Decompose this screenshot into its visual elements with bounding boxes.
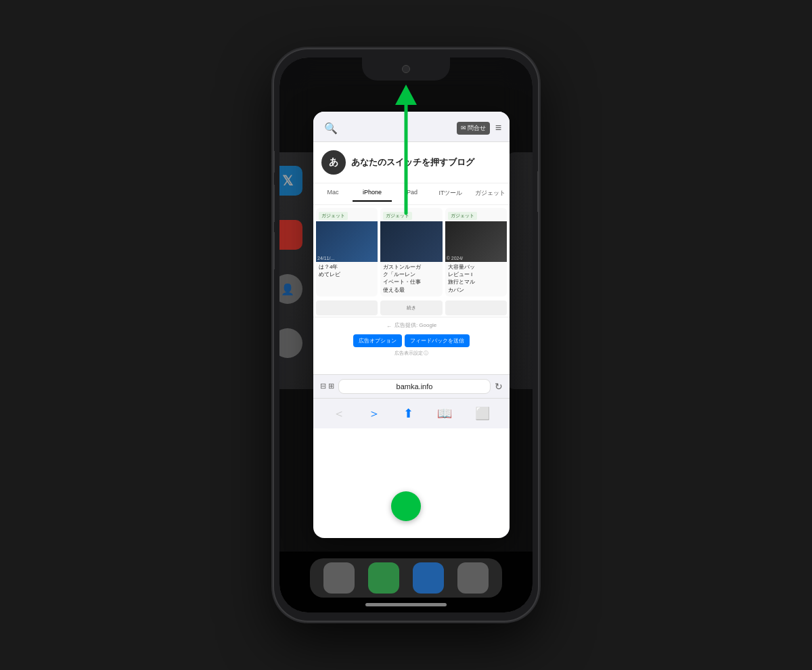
tab-icons: ⊟ ⊞ xyxy=(320,382,334,390)
dock-icon-4[interactable] xyxy=(457,562,489,594)
background-app-card-right[interactable] xyxy=(505,152,533,389)
safari-top-bar: 🔍 ✉ 問合せ ≡ xyxy=(313,112,510,142)
home-indicator-bar[interactable] xyxy=(365,603,447,606)
article-badge-2: ガジェット xyxy=(383,212,412,220)
blog-logo: あ xyxy=(321,150,346,175)
ad-options-button[interactable]: 広告オプション xyxy=(353,334,402,347)
dock-icon-3[interactable] xyxy=(413,562,444,594)
read-more-1[interactable] xyxy=(316,300,378,315)
tab-icon-2: ⊞ xyxy=(328,382,334,390)
article-title-3: 大容量バッレビュー I旅行とマルカバン xyxy=(445,262,507,296)
nav-it-tools[interactable]: ITツール xyxy=(431,186,470,202)
safari-app-card[interactable]: 🔍 ✉ 問合せ ≡ あ あなたのスイッチを押すブログ Mac iPhone iP… xyxy=(313,112,510,538)
ad-nav-left[interactable]: ← xyxy=(386,323,392,330)
blog-header: あ あなたのスイッチを押すブログ xyxy=(313,142,510,183)
share-button[interactable]: ⬆ xyxy=(398,405,419,422)
front-camera xyxy=(402,65,410,73)
article-image-3: © 2024/ xyxy=(445,221,507,262)
nav-ipad[interactable]: iPad xyxy=(392,186,431,202)
avatar-icon-1: 👤 xyxy=(279,274,302,304)
article-card-1[interactable]: ガジェット 24/11/... は？4年めてレビ xyxy=(316,208,378,296)
dock-icon-1[interactable] xyxy=(323,562,355,594)
search-icon[interactable]: 🔍 xyxy=(321,118,340,137)
menu-icon[interactable]: ≡ xyxy=(495,122,501,134)
refresh-button[interactable]: ↻ xyxy=(495,381,503,392)
read-more-2[interactable]: 続き xyxy=(380,300,442,315)
phone-screen: 𝕏 👤 🔍 ✉ 問合せ ≡ xyxy=(279,58,533,612)
volume-down-button xyxy=(274,232,275,269)
article-card-2[interactable]: ガジェット ガストンルーガク「ルーレンイベート・仕事使える最 xyxy=(380,208,442,296)
ad-provider-row: ← 広告提供: Google xyxy=(319,321,504,332)
mail-icon: ✉ xyxy=(461,125,466,131)
swipe-indicator-dot xyxy=(391,491,421,521)
ad-area: ← 広告提供: Google 広告オプション フィードバックを送信 広告表示設定… xyxy=(313,317,510,361)
article-row: ガジェット 24/11/... は？4年めてレビ ガジェット ガストンルーガク「… xyxy=(313,205,510,299)
nav-iphone[interactable]: iPhone xyxy=(353,186,392,202)
volume-up-button xyxy=(274,185,275,222)
content-spacer xyxy=(313,361,510,374)
dock xyxy=(310,558,502,598)
mail-btn-label: 問合せ xyxy=(468,124,486,133)
home-indicator-area xyxy=(279,552,533,612)
back-button[interactable]: ＜ xyxy=(328,404,351,423)
tabs-button[interactable]: ⬜ xyxy=(470,405,495,422)
safari-url-bar: ⊟ ⊞ bamka.info ↻ xyxy=(313,374,510,398)
dock-icon-2[interactable] xyxy=(368,562,399,594)
article-badge-1: ガジェット xyxy=(319,212,348,220)
phone-shell: 𝕏 👤 🔍 ✉ 問合せ ≡ xyxy=(274,49,538,621)
article-image-2 xyxy=(380,221,442,262)
url-field[interactable]: bamka.info xyxy=(338,379,491,394)
notch xyxy=(362,58,450,81)
ad-buttons: 広告オプション フィードバックを送信 xyxy=(319,334,504,347)
read-more-row: 続き xyxy=(313,299,510,317)
power-button xyxy=(537,171,538,212)
ad-settings-text[interactable]: 広告表示設定 ⓘ xyxy=(319,350,504,357)
forward-button[interactable]: ＞ xyxy=(363,404,386,423)
safari-action-buttons: ✉ 問合せ ≡ xyxy=(457,122,501,135)
feedback-button[interactable]: フィードバックを送信 xyxy=(405,334,470,347)
avatar-icon-2 xyxy=(279,328,302,358)
article-title-1: は？4年めてレビ xyxy=(316,262,378,281)
contact-button[interactable]: ✉ 問合せ xyxy=(457,122,490,135)
article-date-1: 24/11/... xyxy=(316,254,378,262)
ad-provider-text: 広告提供: Google xyxy=(394,321,436,329)
article-badge-3: ガジェット xyxy=(448,212,477,220)
nav-gadget[interactable]: ガジェット xyxy=(470,186,510,202)
tab-icon-1: ⊟ xyxy=(320,382,326,390)
silent-button xyxy=(274,151,275,173)
article-card-3[interactable]: ガジェット © 2024/ 大容量バッレビュー I旅行とマルカバン xyxy=(445,208,507,296)
article-title-2: ガストンルーガク「ルーレンイベート・仕事使える最 xyxy=(380,262,442,296)
blog-title: あなたのスイッチを押すブログ xyxy=(351,157,474,169)
article-image-1: 24/11/... xyxy=(316,221,378,262)
blog-navigation: Mac iPhone iPad ITツール ガジェット xyxy=(313,183,510,205)
bookmarks-button[interactable]: 📖 xyxy=(432,405,457,422)
read-more-3[interactable] xyxy=(445,300,507,315)
articles-area: ガジェット 24/11/... は？4年めてレビ ガジェット ガストンルーガク「… xyxy=(313,205,510,317)
app-icon-red xyxy=(279,220,302,250)
nav-mac[interactable]: Mac xyxy=(313,186,353,202)
article-date-3: © 2024/ xyxy=(445,254,507,262)
safari-bottom-toolbar: ＜ ＞ ⬆ 📖 ⬜ xyxy=(313,398,510,428)
twitter-app-icon: 𝕏 xyxy=(279,166,302,196)
